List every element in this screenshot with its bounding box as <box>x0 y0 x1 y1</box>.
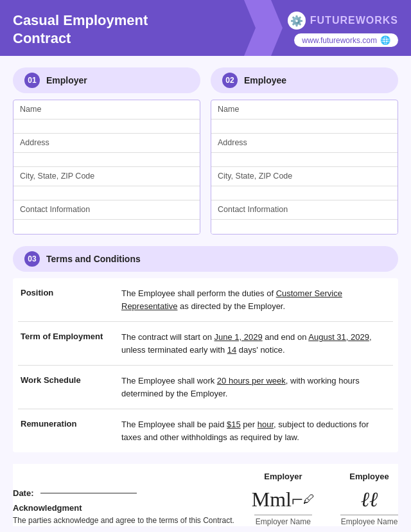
terms-employment-row: Term of Employment The contract will sta… <box>18 322 393 366</box>
ack-text: The parties acknowledge and agree to the… <box>13 515 252 526</box>
employer-sig-image: Mml⌐🖊 <box>252 485 315 513</box>
employer-name-value[interactable] <box>13 120 200 134</box>
employer-section-header: 01 Employer <box>13 67 200 93</box>
footer: Date: Acknowledgment The parties acknowl… <box>13 464 398 526</box>
position-underline: Customer Service Representative <box>121 288 342 311</box>
terms-section-header: 03 Terms and Conditions <box>13 246 398 272</box>
employer-section-number: 01 <box>24 73 40 88</box>
employee-name-value[interactable] <box>211 120 398 134</box>
employer-contact-value[interactable] <box>13 220 200 234</box>
employee-sig-label: Employee <box>349 472 389 481</box>
date-line[interactable] <box>40 493 137 493</box>
employer-address-value[interactable] <box>13 153 200 167</box>
employee-address-value[interactable] <box>211 153 398 167</box>
employee-sig-name: Employee Name <box>340 515 398 526</box>
terms-section-number: 03 <box>24 251 40 267</box>
employee-contact-value[interactable] <box>211 220 398 234</box>
employee-city-label: City, State, ZIP Code <box>211 167 398 186</box>
employee-name-label: Name <box>211 100 398 120</box>
employer-city-value[interactable] <box>13 186 200 200</box>
header-arrow-decoration <box>244 0 283 56</box>
terms-position-label: Position <box>21 287 114 297</box>
terms-schedule-value: The Employee shall work 20 hours per wee… <box>121 375 390 400</box>
employee-sig-image: ℓℓ <box>361 485 378 513</box>
terms-schedule-row: Work Schedule The Employee shall work 20… <box>18 366 393 409</box>
employer-address-label: Address <box>13 134 200 153</box>
signatures: Employer Mml⌐🖊 Employer Name Employee ℓℓ… <box>252 472 398 526</box>
end-date: August 31, 2029 <box>308 332 369 342</box>
employer-city-label: City, State, ZIP Code <box>13 167 200 186</box>
notice-days: 14 <box>227 345 236 355</box>
terms-position-row: Position The Employee shall perform the … <box>18 278 393 322</box>
logo-text: FUTUREWORKS <box>310 15 398 26</box>
website-url: www.futureworks.com <box>302 36 377 45</box>
document-title: Casual Employment Contract <box>13 12 148 47</box>
sections-row: 01 Employer Name Address City, State, ZI… <box>13 67 398 235</box>
terms-schedule-label: Work Schedule <box>21 375 114 385</box>
terms-position-value: The Employee shall perform the duties of… <box>121 287 390 312</box>
employee-section-title: Employee <box>244 75 286 85</box>
employer-sig-label: Employer <box>264 472 302 481</box>
employer-section: 01 Employer Name Address City, State, ZI… <box>13 67 200 235</box>
terms-employment-value: The contract will start on June 1, 2029 … <box>121 331 390 356</box>
employer-name-label: Name <box>13 100 200 120</box>
employee-section-number: 02 <box>222 73 238 88</box>
pay-rate: $15 <box>227 420 241 429</box>
terms-employment-label: Term of Employment <box>21 331 114 341</box>
employer-signature-col: Employer Mml⌐🖊 Employer Name <box>252 472 315 526</box>
footer-bottom: Date: Acknowledgment The parties acknowl… <box>13 472 398 526</box>
employee-signature-col: Employee ℓℓ Employee Name <box>340 472 398 526</box>
terms-section: 03 Terms and Conditions Position The Emp… <box>13 246 398 452</box>
date-field: Date: <box>13 488 252 498</box>
logo: ⚙️ FUTUREWORKS <box>288 12 398 30</box>
header-branding: ⚙️ FUTUREWORKS www.futureworks.com 🌐 <box>288 12 398 47</box>
terms-section-title: Terms and Conditions <box>46 254 141 264</box>
employer-contact-label: Contact Information <box>13 200 200 220</box>
employer-sig-name: Employer Name <box>254 515 312 526</box>
pay-unit: hour <box>258 420 274 429</box>
employee-section: 02 Employee Name Address City, State, ZI… <box>211 67 398 235</box>
acknowledgment: Acknowledgment The parties acknowledge a… <box>13 503 252 526</box>
globe-icon: 🌐 <box>380 35 390 45</box>
employer-fields: Name Address City, State, ZIP Code Conta… <box>13 100 200 235</box>
employee-address-label: Address <box>211 134 398 153</box>
header: Casual Employment Contract ⚙️ FUTUREWORK… <box>0 0 411 56</box>
main-content: 01 Employer Name Address City, State, ZI… <box>0 56 411 532</box>
terms-remuneration-label: Remuneration <box>21 418 114 429</box>
terms-list: Position The Employee shall perform the … <box>13 278 398 452</box>
hours-per-week: 20 hours per week <box>217 376 286 386</box>
employee-contact-label: Contact Information <box>211 200 398 220</box>
website-link[interactable]: www.futureworks.com 🌐 <box>294 33 398 47</box>
terms-remuneration-row: Remuneration The Employee shall be paid … <box>18 409 393 452</box>
employer-section-title: Employer <box>46 75 87 85</box>
employee-city-value[interactable] <box>211 186 398 200</box>
ack-title: Acknowledgment <box>13 503 252 513</box>
employee-fields: Name Address City, State, ZIP Code Conta… <box>211 100 398 235</box>
footer-left: Date: Acknowledgment The parties acknowl… <box>13 488 252 526</box>
terms-remuneration-value: The Employee shall be paid $15 per hour,… <box>121 418 390 443</box>
logo-icon: ⚙️ <box>288 12 306 30</box>
employee-section-header: 02 Employee <box>211 67 398 93</box>
start-date: June 1, 2029 <box>214 332 263 342</box>
